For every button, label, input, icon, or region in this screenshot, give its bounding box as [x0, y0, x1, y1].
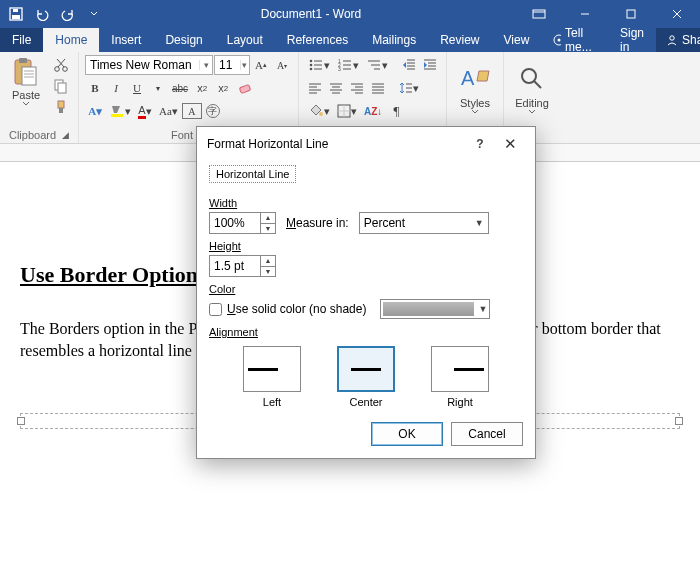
ok-button[interactable]: OK: [371, 422, 443, 446]
align-right-option[interactable]: [431, 346, 489, 392]
justify-button[interactable]: [368, 78, 388, 98]
styles-icon: A: [459, 63, 491, 95]
clipboard-launcher-icon[interactable]: ◢: [62, 130, 69, 140]
change-case-button[interactable]: Aa▾: [156, 101, 181, 121]
save-icon[interactable]: [4, 2, 28, 26]
chevron-down-icon[interactable]: ▾: [199, 60, 212, 70]
chevron-down-icon[interactable]: ▾: [240, 60, 249, 70]
chevron-down-icon: ▼: [475, 218, 484, 228]
strike-button[interactable]: abc: [169, 78, 191, 98]
numbering-button[interactable]: 123▾: [334, 55, 362, 75]
font-color-button[interactable]: A▾: [135, 101, 155, 121]
tab-review[interactable]: Review: [428, 28, 491, 52]
height-input[interactable]: [210, 256, 260, 276]
quick-access-toolbar: [0, 2, 106, 26]
align-right-button[interactable]: [347, 78, 367, 98]
svg-text:A: A: [461, 67, 475, 89]
svg-point-31: [310, 68, 313, 71]
copy-button[interactable]: [50, 76, 72, 96]
tab-layout[interactable]: Layout: [215, 28, 275, 52]
spin-down-icon[interactable]: ▼: [261, 224, 275, 234]
help-button[interactable]: ?: [465, 137, 495, 151]
increase-indent-button[interactable]: [420, 55, 440, 75]
bold-button[interactable]: B: [85, 78, 105, 98]
highlight-icon: [109, 104, 125, 118]
font-label: Font: [171, 129, 193, 141]
spin-down-icon[interactable]: ▼: [261, 267, 275, 277]
paste-label: Paste: [12, 89, 40, 101]
font-name-input[interactable]: [86, 58, 199, 72]
text-effects-button[interactable]: A▾: [85, 101, 105, 121]
highlight-button[interactable]: ▾: [106, 101, 134, 121]
svg-point-11: [670, 36, 674, 40]
enclose-button[interactable]: 字: [203, 101, 223, 121]
editing-button[interactable]: Editing: [510, 55, 554, 121]
paste-button[interactable]: Paste: [6, 55, 46, 106]
font-size-input[interactable]: [215, 58, 240, 72]
align-center-label: Center: [337, 396, 395, 408]
decrease-indent-button[interactable]: [399, 55, 419, 75]
spin-up-icon[interactable]: ▲: [261, 256, 275, 267]
tab-mailings[interactable]: Mailings: [360, 28, 428, 52]
width-input[interactable]: [210, 213, 260, 233]
justify-icon: [371, 82, 385, 94]
italic-button[interactable]: I: [106, 78, 126, 98]
close-icon[interactable]: [654, 0, 700, 28]
tab-file[interactable]: File: [0, 28, 43, 52]
minimize-icon[interactable]: [562, 0, 608, 28]
align-left-icon: [308, 82, 322, 94]
multilevel-button[interactable]: ▾: [363, 55, 391, 75]
solid-color-checkbox[interactable]: Use solid color (no shade): [209, 302, 366, 316]
subscript-button[interactable]: x2: [192, 78, 212, 98]
tab-insert[interactable]: Insert: [99, 28, 153, 52]
shrink-font-button[interactable]: A▾: [272, 55, 292, 75]
tell-me[interactable]: Tell me...: [541, 28, 608, 52]
font-size-combo[interactable]: ▾: [214, 55, 250, 75]
width-spinner[interactable]: ▲▼: [209, 212, 276, 234]
tab-view[interactable]: View: [492, 28, 542, 52]
solid-color-input[interactable]: [209, 303, 222, 316]
styles-button[interactable]: A Styles: [453, 55, 497, 121]
redo-icon[interactable]: [56, 2, 80, 26]
close-button[interactable]: ✕: [495, 135, 525, 153]
bullets-button[interactable]: ▾: [305, 55, 333, 75]
sign-in[interactable]: Sign in: [608, 28, 656, 52]
format-painter-button[interactable]: [50, 97, 72, 117]
undo-icon[interactable]: [30, 2, 54, 26]
qat-dropdown-icon[interactable]: [82, 2, 106, 26]
spin-up-icon[interactable]: ▲: [261, 213, 275, 224]
cut-button[interactable]: [50, 55, 72, 75]
share-button[interactable]: Share: [656, 28, 700, 52]
shading-button[interactable]: ▾: [305, 101, 333, 121]
svg-line-21: [57, 59, 64, 67]
underline-menu[interactable]: ▾: [148, 78, 168, 98]
tab-home[interactable]: Home: [43, 28, 99, 52]
line-spacing-button[interactable]: ▾: [396, 78, 422, 98]
ribbon-display-icon[interactable]: [516, 0, 562, 28]
show-marks-button[interactable]: ¶: [386, 101, 406, 121]
grow-font-button[interactable]: A▴: [251, 55, 271, 75]
align-center-button[interactable]: [326, 78, 346, 98]
align-center-option[interactable]: [337, 346, 395, 392]
cancel-button[interactable]: Cancel: [451, 422, 523, 446]
measure-select[interactable]: Percent ▼: [359, 212, 489, 234]
dialog-tab[interactable]: Horizontal Line: [209, 165, 296, 183]
align-right-label: Right: [431, 396, 489, 408]
underline-button[interactable]: U: [127, 78, 147, 98]
borders-button[interactable]: ▾: [334, 101, 360, 121]
align-left-button[interactable]: [305, 78, 325, 98]
font-name-combo[interactable]: ▾: [85, 55, 213, 75]
clear-format-button[interactable]: [234, 78, 256, 98]
color-picker[interactable]: ▼: [380, 299, 490, 319]
chevron-down-icon: [22, 101, 30, 106]
char-border-button[interactable]: A: [182, 103, 202, 119]
svg-rect-24: [58, 101, 64, 108]
align-left-option[interactable]: [243, 346, 301, 392]
sort-button[interactable]: AZ↓: [361, 101, 385, 121]
maximize-icon[interactable]: [608, 0, 654, 28]
dialog-titlebar[interactable]: Format Horizontal Line ? ✕: [197, 127, 535, 161]
superscript-button[interactable]: x2: [213, 78, 233, 98]
tab-design[interactable]: Design: [153, 28, 214, 52]
height-spinner[interactable]: ▲▼: [209, 255, 276, 277]
tab-references[interactable]: References: [275, 28, 360, 52]
